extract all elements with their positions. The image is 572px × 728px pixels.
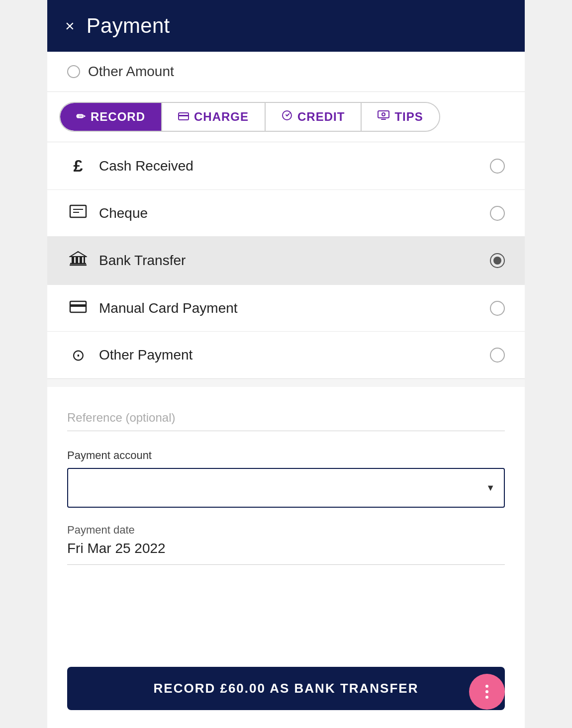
fab-dot-2 xyxy=(485,690,488,693)
payment-date-value: Fri Mar 25 2022 xyxy=(67,541,505,565)
payment-account-wrapper: ▼ xyxy=(67,468,505,508)
payment-option-cheque[interactable]: Cheque xyxy=(47,190,525,237)
tab-record-label: RECORD xyxy=(91,110,145,124)
svg-rect-9 xyxy=(76,257,78,263)
card-radio[interactable] xyxy=(490,301,505,316)
reference-input[interactable] xyxy=(67,405,505,431)
bank-transfer-label: Bank Transfer xyxy=(99,253,480,269)
other-icon: ⊙ xyxy=(67,346,89,364)
charge-icon xyxy=(178,110,189,123)
payment-account-select[interactable] xyxy=(67,468,505,508)
other-amount-row[interactable]: Other Amount xyxy=(47,52,525,92)
svg-point-3 xyxy=(382,113,385,116)
credit-icon xyxy=(282,110,292,124)
payment-modal: × Payment Other Amount ✏ RECORD CHARGE xyxy=(47,0,525,728)
cheque-label: Cheque xyxy=(99,205,480,221)
cash-label: Cash Received xyxy=(99,158,480,174)
payment-option-cash[interactable]: £ Cash Received xyxy=(47,142,525,190)
svg-rect-10 xyxy=(80,257,82,263)
tab-tips-label: TIPS xyxy=(394,110,423,124)
card-icon xyxy=(67,299,89,317)
tips-icon xyxy=(378,110,389,123)
payment-option-other[interactable]: ⊙ Other Payment xyxy=(47,332,525,378)
tabs-row: ✏ RECORD CHARGE xyxy=(47,92,525,142)
form-section: Payment account ▼ Payment date Fri Mar 2… xyxy=(47,387,525,655)
fab-dot-3 xyxy=(485,696,488,699)
cash-icon: £ xyxy=(67,156,89,176)
modal-header: × Payment xyxy=(47,0,525,52)
tab-charge[interactable]: CHARGE xyxy=(162,103,266,131)
tab-tips[interactable]: TIPS xyxy=(362,103,439,131)
cash-radio[interactable] xyxy=(490,159,505,174)
cheque-radio[interactable] xyxy=(490,206,505,221)
tab-credit-label: CREDIT xyxy=(297,110,345,124)
bank-icon xyxy=(67,251,89,271)
record-icon: ✏ xyxy=(76,110,86,123)
page-title: Payment xyxy=(87,14,170,38)
other-amount-radio[interactable] xyxy=(67,65,80,78)
tab-charge-label: CHARGE xyxy=(194,110,249,124)
fab-more-button[interactable] xyxy=(469,674,505,710)
payment-date-label: Payment date xyxy=(67,524,505,537)
record-payment-button[interactable]: RECORD £60.00 AS BANK TRANSFER xyxy=(67,667,505,710)
tab-record[interactable]: ✏ RECORD xyxy=(60,103,162,131)
tabs-container: ✏ RECORD CHARGE xyxy=(59,102,440,132)
other-label: Other Payment xyxy=(99,347,480,363)
cheque-icon xyxy=(67,204,89,222)
svg-rect-1 xyxy=(179,115,189,116)
payment-option-card[interactable]: Manual Card Payment xyxy=(47,285,525,332)
card-label: Manual Card Payment xyxy=(99,300,480,316)
svg-rect-11 xyxy=(84,257,85,263)
payment-account-label: Payment account xyxy=(67,449,505,462)
record-button-row: RECORD £60.00 AS BANK TRANSFER xyxy=(47,655,525,728)
svg-rect-15 xyxy=(70,304,86,307)
svg-rect-4 xyxy=(70,205,86,217)
payment-option-bank-transfer[interactable]: Bank Transfer xyxy=(47,237,525,285)
other-amount-label: Other Amount xyxy=(88,64,174,80)
other-radio[interactable] xyxy=(490,348,505,363)
tab-credit[interactable]: CREDIT xyxy=(266,103,362,131)
svg-marker-7 xyxy=(70,252,86,257)
close-icon[interactable]: × xyxy=(65,18,75,34)
bank-transfer-radio[interactable] xyxy=(490,253,505,268)
svg-rect-8 xyxy=(72,257,74,263)
payment-options: £ Cash Received Cheque xyxy=(47,142,525,379)
svg-rect-2 xyxy=(378,111,389,118)
fab-dot-1 xyxy=(485,685,488,688)
